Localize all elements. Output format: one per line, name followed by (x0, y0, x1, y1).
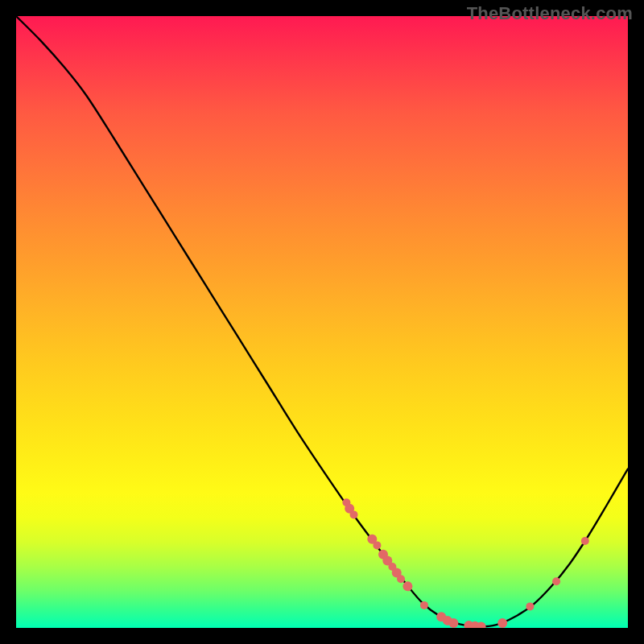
chart-container: TheBottleneck.com (0, 0, 644, 644)
plot-area (16, 16, 628, 628)
watermark-text: TheBottleneck.com (467, 3, 633, 24)
